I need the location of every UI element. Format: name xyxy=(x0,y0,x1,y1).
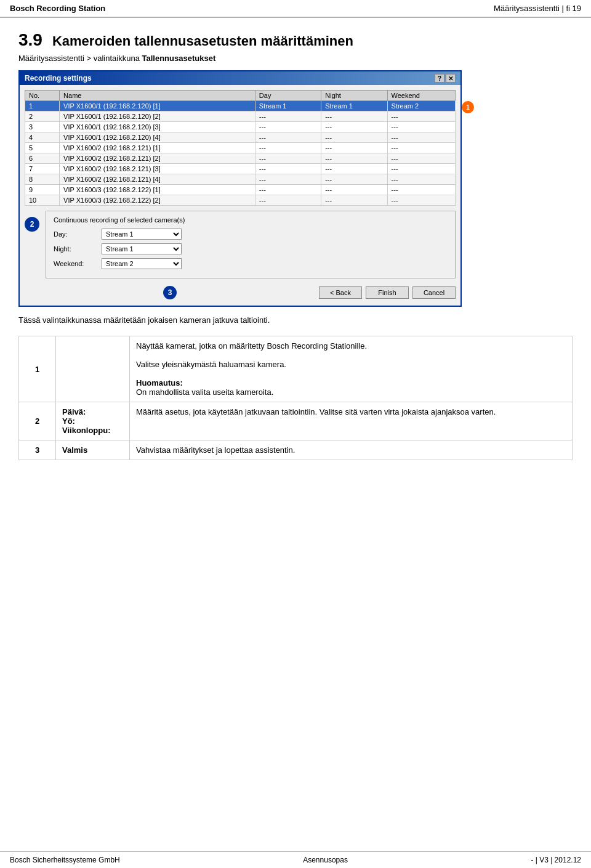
weekend-select[interactable]: Stream 1 Stream 2 --- xyxy=(102,258,182,269)
table-row[interactable]: 7VIP X1600/2 (192.168.2.121) [3]--------… xyxy=(25,164,456,174)
info-labels-2: Päivä: Yö: Viikonloppu: xyxy=(56,402,130,440)
cell-no: 6 xyxy=(25,153,60,164)
label-paiva: Päivä: xyxy=(62,407,86,416)
col-name: Name xyxy=(60,91,255,101)
section-heading: 3.9 Kameroiden tallennusasetusten määrit… xyxy=(18,30,573,50)
dialog-titlebar-buttons: ? ✕ xyxy=(435,74,456,83)
header-right: Määritysassistentti | fi 19 xyxy=(494,4,581,13)
info-text-2-content: Määritä asetus, jota käytetään jatkuvaan… xyxy=(136,407,496,416)
cell-night: --- xyxy=(321,112,387,122)
camera-table: No. Name Day Night Weekend 1VIP X1600/1 … xyxy=(25,90,456,206)
info-label-3: Valmis xyxy=(56,440,130,460)
cell-day: --- xyxy=(255,195,321,206)
info-text-3-content: Vahvistaa määritykset ja lopettaa assist… xyxy=(136,445,295,455)
cell-no: 3 xyxy=(25,122,60,132)
cell-day: --- xyxy=(255,174,321,185)
cell-name: VIP X1600/1 (192.168.2.120) [4] xyxy=(60,132,255,143)
cell-day: --- xyxy=(255,153,321,164)
valmis-label: Valmis xyxy=(62,445,87,455)
col-night: Night xyxy=(321,91,387,101)
col-no: No. xyxy=(25,91,60,101)
info-text-1b: Valitse yleisnäkymästä haluamasi kamera. xyxy=(136,360,286,369)
page-content: 3.9 Kameroiden tallennusasetusten määrit… xyxy=(0,18,591,485)
info-text-1: Näyttää kamerat, jotka on määritetty Bos… xyxy=(130,336,573,402)
night-label: Night: xyxy=(54,245,97,253)
cell-no: 5 xyxy=(25,143,60,153)
cell-day: --- xyxy=(255,132,321,143)
cell-night: --- xyxy=(321,153,387,164)
weekend-label: Weekend: xyxy=(54,260,97,267)
badge-1-container: 1 xyxy=(462,101,474,113)
cell-name: VIP X1600/2 (192.168.2.121) [4] xyxy=(60,174,255,185)
day-select[interactable]: Stream 1 Stream 2 --- xyxy=(102,229,182,240)
huomautus-label: Huomautus: xyxy=(136,378,183,387)
table-row[interactable]: 1VIP X1600/1 (192.168.2.120) [1]Stream 1… xyxy=(25,101,456,112)
footer-left: Bosch Sicherheitssysteme GmbH xyxy=(10,856,120,864)
cell-night: --- xyxy=(321,174,387,185)
info-row-1: 1 Näyttää kamerat, jotka on määritetty B… xyxy=(19,336,573,402)
cell-name: VIP X1600/1 (192.168.2.120) [2] xyxy=(60,112,255,122)
col-weekend: Weekend xyxy=(387,91,455,101)
continuous-legend: Continuous recording of selected camera(… xyxy=(54,216,448,224)
cell-day: --- xyxy=(255,112,321,122)
badge-2: 2 xyxy=(25,217,39,232)
dialog-body: No. Name Day Night Weekend 1VIP X1600/1 … xyxy=(20,85,460,306)
cancel-button[interactable]: Cancel xyxy=(412,286,456,299)
cell-weekend: --- xyxy=(387,185,455,195)
table-row[interactable]: 10VIP X1600/3 (192.168.2.122) [2]-------… xyxy=(25,195,456,206)
cell-weekend: --- xyxy=(387,122,455,132)
table-row[interactable]: 4VIP X1600/1 (192.168.2.120) [4]--------… xyxy=(25,132,456,143)
section-title: Kameroiden tallennusasetusten määrittämi… xyxy=(52,33,353,49)
section-number: 3.9 xyxy=(18,30,42,50)
cell-day: --- xyxy=(255,164,321,174)
footer-right: - | V3 | 2012.12 xyxy=(531,856,581,864)
table-row[interactable]: 2VIP X1600/1 (192.168.2.120) [2]--------… xyxy=(25,112,456,122)
cell-day: --- xyxy=(255,185,321,195)
col-day: Day xyxy=(255,91,321,101)
cell-weekend: --- xyxy=(387,174,455,185)
info-num-1: 1 xyxy=(19,336,56,402)
dialog-buttons: 3 < Back Finish Cancel xyxy=(25,283,456,301)
section-subtitle: Määritysassistentti > valintaikkuna Tall… xyxy=(18,54,573,63)
footer-center: Asennusopas xyxy=(303,856,348,864)
cell-name: VIP X1600/3 (192.168.2.122) [2] xyxy=(60,195,255,206)
cell-day: --- xyxy=(255,143,321,153)
table-row[interactable]: 8VIP X1600/2 (192.168.2.121) [4]--------… xyxy=(25,174,456,185)
cell-night: --- xyxy=(321,185,387,195)
cell-day: Stream 1 xyxy=(255,101,321,112)
table-row[interactable]: 3VIP X1600/1 (192.168.2.120) [3]--------… xyxy=(25,122,456,132)
cell-day: --- xyxy=(255,122,321,132)
cell-name: VIP X1600/1 (192.168.2.120) [1] xyxy=(60,101,255,112)
info-text-2: Määritä asetus, jota käytetään jatkuvaan… xyxy=(130,402,573,440)
subtitle-prefix: Määritysassistentti > valintaikkuna xyxy=(18,54,142,63)
dialog-titlebar: Recording settings ? ✕ xyxy=(20,71,460,85)
cell-no: 1 xyxy=(25,101,60,112)
finish-button[interactable]: Finish xyxy=(366,286,409,299)
table-row[interactable]: 6VIP X1600/2 (192.168.2.121) [2]--------… xyxy=(25,153,456,164)
cell-weekend: --- xyxy=(387,164,455,174)
back-button[interactable]: < Back xyxy=(319,286,362,299)
cell-weekend: --- xyxy=(387,195,455,206)
cell-night: --- xyxy=(321,143,387,153)
subtitle-bold: Tallennusasetukset xyxy=(142,54,216,63)
cell-name: VIP X1600/2 (192.168.2.121) [3] xyxy=(60,164,255,174)
huomautus-text: On mahdollista valita useita kameroita. xyxy=(136,387,273,397)
table-header-row: No. Name Day Night Weekend xyxy=(25,91,456,101)
cell-name: VIP X1600/2 (192.168.2.121) [1] xyxy=(60,143,255,153)
dialog-close-button[interactable]: ✕ xyxy=(446,74,456,83)
info-row-3: 3 Valmis Vahvistaa määritykset ja lopett… xyxy=(19,440,573,460)
info-table: 1 Näyttää kamerat, jotka on määritetty B… xyxy=(18,336,573,460)
dialog-help-button[interactable]: ? xyxy=(435,74,444,83)
cell-name: VIP X1600/1 (192.168.2.120) [3] xyxy=(60,122,255,132)
night-select[interactable]: Stream 1 Stream 2 --- xyxy=(102,243,182,254)
table-row[interactable]: 9VIP X1600/3 (192.168.2.122) [1]--------… xyxy=(25,185,456,195)
dialog-window: Recording settings ? ✕ No. Name Da xyxy=(18,70,462,307)
cell-night: --- xyxy=(321,122,387,132)
cell-no: 2 xyxy=(25,112,60,122)
table-row[interactable]: 5VIP X1600/2 (192.168.2.121) [1]--------… xyxy=(25,143,456,153)
day-row: Day: Stream 1 Stream 2 --- xyxy=(54,229,448,240)
cell-weekend: --- xyxy=(387,112,455,122)
cell-night: Stream 1 xyxy=(321,101,387,112)
cell-weekend: --- xyxy=(387,143,455,153)
label-viikonloppu: Viikonloppu: xyxy=(62,426,110,435)
